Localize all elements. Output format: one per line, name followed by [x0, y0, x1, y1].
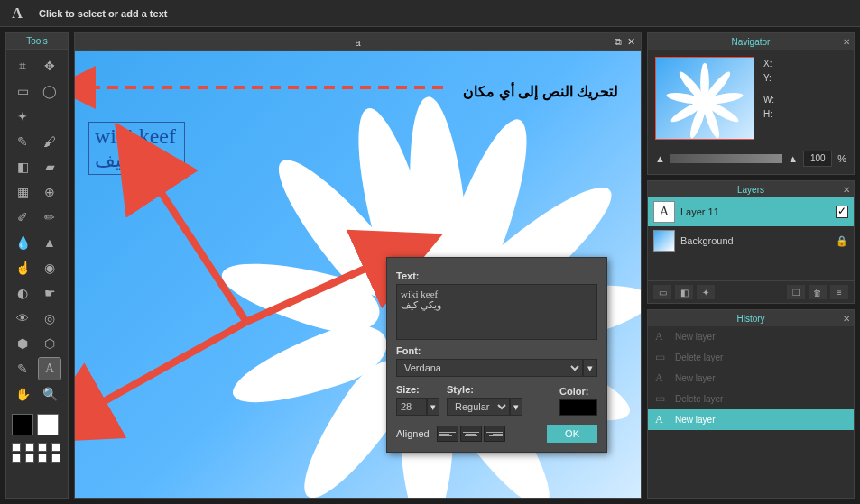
size-input[interactable]: [396, 398, 427, 416]
font-select[interactable]: Verdana: [396, 359, 583, 377]
layer-row[interactable]: A Layer 11: [648, 197, 854, 226]
clone-tool[interactable]: ⊕: [39, 181, 60, 203]
history-row[interactable]: ANew layer: [648, 409, 854, 430]
svg-point-9: [700, 100, 722, 139]
text-line2: ويكي كيف: [95, 149, 179, 172]
history-row[interactable]: ANew layer: [648, 326, 854, 347]
redeye-tool[interactable]: 👁: [12, 307, 33, 329]
align-right-button[interactable]: [484, 426, 505, 442]
draw-tool[interactable]: ✏: [39, 206, 60, 228]
bloat-tool[interactable]: ⬢: [12, 333, 33, 354]
blur-tool[interactable]: 💧: [12, 232, 33, 253]
text-label: Text:: [396, 270, 597, 281]
pencil-tool[interactable]: ✎: [12, 131, 33, 152]
duplicate-button[interactable]: ❐: [787, 285, 805, 299]
bucket-tool[interactable]: ▰: [39, 156, 60, 178]
zoom-in-icon[interactable]: ▲: [788, 153, 798, 164]
mask-button[interactable]: ◧: [675, 285, 693, 299]
layer-row[interactable]: Background 🔒: [648, 226, 854, 255]
font-label: Font:: [396, 345, 597, 356]
tools-title: Tools: [6, 33, 68, 50]
style-label: Style:: [447, 384, 522, 395]
svg-point-11: [669, 98, 707, 125]
close-icon[interactable]: ✕: [627, 36, 635, 48]
svg-point-10: [688, 100, 709, 139]
zoom-value[interactable]: 100: [803, 151, 832, 167]
svg-line-1: [154, 182, 246, 322]
gradient-tool[interactable]: ▦: [12, 181, 33, 203]
color-replace-tool[interactable]: ✐: [12, 206, 33, 228]
annotation-label: لتحريك النص إلى أي مكان: [463, 83, 618, 100]
mini-swatches[interactable]: [6, 439, 68, 466]
new-layer-button[interactable]: ▭: [653, 285, 671, 299]
navigator-close-icon[interactable]: ✕: [843, 37, 850, 47]
style-select[interactable]: Regular: [447, 398, 510, 416]
marquee-tool[interactable]: ▭: [12, 80, 33, 102]
tools-panel: Tools ⌗ ✥ ▭ ◯ ✦ ✎ 🖌 ◧ ▰ ▦ ⊕ ✐ ✏ 💧 ▲ ☝ ◉ …: [5, 32, 69, 499]
pinch-tool[interactable]: ⬡: [39, 333, 60, 354]
svg-point-12: [666, 91, 706, 106]
history-label: New layer: [675, 332, 715, 342]
lasso-tool[interactable]: ◯: [39, 80, 60, 102]
type-tool[interactable]: A: [39, 358, 60, 380]
eyedropper-tool[interactable]: ✎: [12, 358, 33, 380]
layer-menu-button[interactable]: ≡: [830, 285, 848, 299]
svg-point-5: [700, 63, 709, 102]
layers-title: Layers: [737, 185, 764, 195]
zoom-unit: %: [837, 153, 846, 164]
layers-close-icon[interactable]: ✕: [843, 185, 850, 195]
layers-panel: Layers✕ A Layer 11 Background 🔒 ▭ ◧ ✦ ❐ …: [647, 180, 855, 304]
history-panel: History✕ ANew layer▭Delete layerANew lay…: [647, 309, 855, 499]
history-title: History: [736, 314, 764, 324]
text-tool-icon: A: [9, 5, 25, 22]
dodge-tool[interactable]: ◐: [12, 282, 33, 304]
sponge-tool[interactable]: ◉: [39, 257, 60, 279]
delete-layer-button[interactable]: 🗑: [809, 285, 827, 299]
canvas-title: a: [355, 37, 360, 48]
canvas[interactable]: wiki keef ويكي كيف لتحريك النص إلى أي مك…: [74, 50, 642, 499]
brush-tool[interactable]: 🖌: [39, 131, 60, 152]
crop-tool[interactable]: ⌗: [12, 55, 33, 77]
foreground-swatch[interactable]: [12, 414, 33, 435]
svg-point-8: [703, 98, 741, 125]
move-tool[interactable]: ✥: [39, 55, 60, 77]
zoom-out-icon[interactable]: ▲: [655, 153, 665, 164]
color-label: Color:: [559, 386, 597, 397]
svg-point-13: [677, 69, 708, 105]
history-label: New layer: [675, 415, 715, 425]
history-row[interactable]: ANew layer: [648, 368, 854, 389]
wand-tool[interactable]: ✦: [12, 105, 33, 127]
navigator-thumb[interactable]: [655, 57, 754, 140]
align-center-button[interactable]: [460, 426, 482, 442]
layer-visibility-checkbox[interactable]: [836, 206, 848, 218]
navigator-title: Navigator: [732, 37, 771, 47]
align-left-button[interactable]: [437, 426, 458, 442]
hand-tool[interactable]: ✋: [12, 383, 33, 405]
history-label: New layer: [675, 373, 715, 383]
spot-tool[interactable]: ◎: [39, 307, 60, 329]
aligned-label: Aligned: [396, 428, 430, 439]
background-swatch[interactable]: [37, 414, 59, 435]
history-row[interactable]: ▭Delete layer: [648, 389, 854, 409]
text-input[interactable]: wiki keef ويكي كيف: [396, 284, 597, 340]
eraser-tool[interactable]: ◧: [12, 156, 33, 178]
ok-button[interactable]: OK: [547, 425, 597, 443]
popout-icon[interactable]: ⧉: [615, 36, 622, 48]
zoom-slider[interactable]: [670, 154, 782, 163]
color-chip[interactable]: [559, 399, 597, 416]
fx-button[interactable]: ✦: [697, 285, 715, 299]
burn-tool[interactable]: ☛: [39, 282, 60, 304]
svg-point-6: [701, 69, 733, 105]
zoom-tool[interactable]: 🔍: [39, 383, 60, 405]
history-icon: ▭: [655, 351, 670, 364]
empty-tool-1: [39, 105, 60, 127]
sharpen-tool[interactable]: ▲: [39, 232, 60, 253]
history-close-icon[interactable]: ✕: [843, 314, 850, 324]
smudge-tool[interactable]: ☝: [12, 257, 33, 279]
history-icon: ▭: [655, 392, 670, 406]
history-icon: A: [655, 330, 670, 344]
text-layer-box[interactable]: wiki keef ويكي كيف: [88, 122, 185, 175]
topbar-hint: Click to select or add a text: [39, 8, 167, 19]
svg-line-3: [93, 322, 246, 408]
history-row[interactable]: ▭Delete layer: [648, 347, 854, 368]
